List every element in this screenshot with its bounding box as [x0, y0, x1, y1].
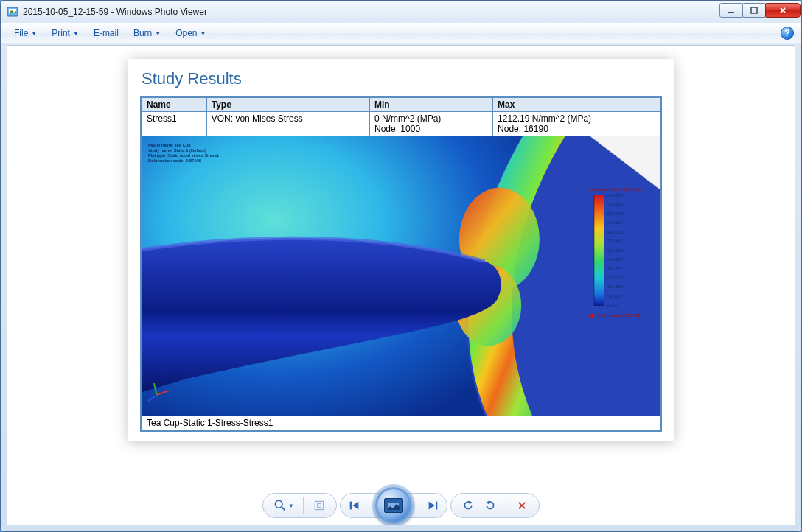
table-header-row: Name Type Min Max — [142, 97, 661, 112]
svg-text:0.000: 0.000 — [607, 303, 618, 307]
zoom-group: ▼ — [262, 493, 337, 518]
svg-rect-4 — [751, 7, 757, 13]
chevron-down-icon: ▼ — [73, 30, 79, 37]
legend-title: von Mises (N/mm^2 (MPa)) — [588, 187, 641, 192]
svg-marker-37 — [470, 501, 473, 505]
nav-cluster — [340, 487, 447, 524]
svg-rect-29 — [318, 504, 321, 508]
menu-open-label: Open — [175, 28, 197, 38]
menu-file-label: File — [14, 28, 28, 38]
simulation-image: Model name: Tea Cup Study name: Static 1… — [142, 136, 661, 416]
overlay-l1: Model name: Tea Cup — [148, 143, 191, 147]
svg-text:266.822: 266.822 — [607, 257, 623, 262]
report-heading: Study Results — [142, 69, 662, 88]
document-page: Study Results Name Type Min Max Stress1 … — [128, 59, 674, 441]
svg-point-26 — [275, 500, 282, 508]
window-controls — [720, 3, 801, 19]
col-name: Name — [142, 97, 207, 112]
menu-burn[interactable]: Burn▼ — [128, 27, 167, 40]
svg-rect-11 — [594, 195, 604, 306]
caption-row: Tea Cup-Static 1-Stress-Stress1 — [142, 416, 661, 431]
cell-min: 0 N/mm^2 (MPa) Node: 1000 — [370, 112, 493, 136]
chevron-down-icon: ▼ — [31, 30, 37, 37]
svg-rect-28 — [315, 501, 323, 509]
minimize-button[interactable] — [719, 3, 743, 18]
menu-email[interactable]: E-mail — [88, 27, 125, 40]
col-max: Max — [493, 97, 661, 112]
fit-icon — [313, 500, 325, 511]
cell-max: 1212.19 N/mm^2 (MPa) Node: 16190 — [493, 112, 661, 136]
svg-text:106.889: 106.889 — [607, 284, 624, 289]
col-min: Min — [370, 97, 493, 112]
menu-file[interactable]: File▼ — [8, 27, 43, 40]
delete-icon — [517, 500, 527, 511]
bottom-toolbar: ▼ — [7, 486, 795, 525]
menu-burn-label: Burn — [133, 28, 152, 38]
svg-text:640.000: 640.000 — [607, 193, 624, 197]
svg-text:480.067: 480.067 — [607, 220, 623, 225]
col-type: Type — [206, 97, 369, 112]
window-title: 2015-10-05_12-15-59 - Windows Photo View… — [23, 7, 720, 17]
menu-open[interactable]: Open▼ — [170, 27, 212, 40]
action-group — [450, 493, 540, 518]
svg-rect-30 — [350, 502, 352, 510]
viewer-client: Study Results Name Type Min Max Stress1 … — [7, 45, 795, 525]
rotate-cw-icon — [484, 500, 496, 511]
caption: Tea Cup-Static 1-Stress-Stress1 — [142, 416, 661, 431]
menubar: File▼ Print▼ E-mail Burn▼ Open▼ ? — [1, 23, 801, 43]
svg-line-27 — [282, 507, 285, 511]
table-row: Stress1 VON: von Mises Stress 0 N/mm^2 (… — [142, 112, 661, 136]
rotate-ccw-icon — [462, 500, 474, 511]
cell-type: VON: von Mises Stress — [206, 112, 369, 136]
next-button[interactable] — [423, 496, 442, 515]
cell-min-value: 0 N/mm^2 (MPa) — [374, 113, 441, 124]
cell-name: Stress1 — [142, 112, 207, 136]
overlay-l2: Study name: Static 1 (Default) — [148, 148, 206, 153]
titlebar: 2015-10-05_12-15-59 - Windows Photo View… — [1, 1, 801, 23]
cell-max-node: Node: 16190 — [498, 124, 548, 134]
rotate-cw-button[interactable] — [481, 496, 500, 515]
fea-plot: Model name: Tea Cup Study name: Static 1… — [142, 136, 660, 416]
menu-print[interactable]: Print▼ — [46, 27, 85, 40]
menu-print-label: Print — [52, 28, 70, 38]
cell-max-value: 1212.19 N/mm^2 (MPa) — [498, 113, 591, 124]
svg-text:53.578: 53.578 — [607, 294, 621, 298]
rotate-ccw-button[interactable] — [458, 496, 478, 515]
chevron-down-icon: ▼ — [288, 503, 294, 509]
previous-icon — [348, 499, 361, 512]
slideshow-icon — [384, 498, 403, 513]
svg-text:586.689: 586.689 — [607, 202, 624, 206]
legend-yield: Yield strength: 620.422 — [596, 313, 641, 318]
simulation-row: Model name: Tea Cup Study name: Static 1… — [142, 136, 661, 416]
help-icon-label: ? — [784, 28, 789, 38]
menu-email-label: E-mail — [94, 28, 119, 38]
svg-marker-35 — [429, 502, 435, 510]
svg-text:533.378: 533.378 — [607, 211, 624, 216]
app-icon — [7, 6, 18, 18]
svg-marker-38 — [486, 501, 489, 505]
prev-button[interactable] — [345, 496, 364, 515]
cell-min-node: Node: 1000 — [374, 124, 420, 134]
svg-rect-36 — [436, 502, 437, 510]
overlay-l3: Plot type: Static nodal stress Stress1 — [148, 153, 220, 158]
svg-marker-31 — [352, 502, 358, 510]
svg-text:160.200: 160.200 — [607, 276, 624, 280]
maximize-button[interactable] — [742, 3, 766, 18]
next-icon — [426, 499, 439, 512]
slideshow-button[interactable] — [375, 487, 412, 524]
results-table: Name Type Min Max Stress1 VON: von Mises… — [140, 96, 662, 432]
zoom-button[interactable]: ▼ — [271, 496, 297, 515]
chevron-down-icon: ▼ — [200, 30, 206, 37]
svg-text:373.445: 373.445 — [607, 239, 624, 243]
overlay-l4: Deformation scale: 8.87105 — [148, 158, 202, 163]
delete-button[interactable] — [512, 496, 531, 515]
close-button[interactable] — [765, 3, 801, 18]
svg-text:320.133: 320.133 — [607, 248, 624, 253]
svg-text:426.756: 426.756 — [607, 230, 624, 234]
magnifier-icon — [273, 499, 287, 512]
actual-size-button[interactable] — [310, 496, 329, 515]
chevron-down-icon: ▼ — [155, 30, 161, 37]
svg-text:213.511: 213.511 — [607, 266, 624, 270]
help-button[interactable]: ? — [781, 27, 794, 40]
svg-rect-3 — [728, 12, 734, 13]
